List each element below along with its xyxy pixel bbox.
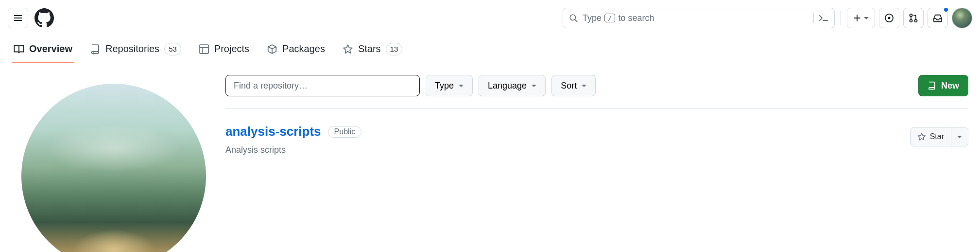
create-new-button[interactable] (847, 8, 875, 28)
new-button-label: New (941, 81, 959, 91)
find-repository-input[interactable] (225, 75, 420, 96)
tab-label: Stars (358, 43, 381, 54)
profile-nav: Overview Repositories 53 Projects Packag… (0, 36, 980, 63)
profile-avatar-large[interactable] (21, 84, 206, 252)
book-icon (14, 44, 24, 54)
repositories-count: 53 (164, 43, 181, 55)
filter-label: Sort (561, 81, 577, 91)
search-icon (569, 14, 578, 22)
github-logo[interactable] (34, 8, 54, 28)
tab-projects[interactable]: Projects (197, 36, 251, 63)
search-suffix: to search (618, 13, 654, 23)
svg-point-10 (910, 14, 912, 17)
svg-point-9 (888, 17, 891, 19)
filter-label: Language (488, 81, 527, 91)
menu-button[interactable] (8, 8, 28, 28)
profile-sidebar (12, 75, 206, 252)
star-label: Star (930, 132, 944, 141)
repository-description: Analysis scripts (225, 145, 910, 155)
tab-label: Packages (282, 43, 325, 54)
svg-rect-15 (200, 45, 208, 54)
tab-packages[interactable]: Packages (265, 36, 327, 63)
svg-point-11 (910, 19, 912, 22)
pull-requests-button[interactable] (903, 8, 924, 28)
caret-down-icon (532, 85, 536, 87)
star-dropdown-button[interactable] (951, 127, 968, 146)
tab-label: Projects (214, 43, 249, 54)
project-icon (199, 44, 209, 54)
issues-button[interactable] (879, 8, 899, 28)
repo-icon (928, 81, 936, 90)
command-palette-icon[interactable] (819, 14, 828, 22)
plus-icon (853, 14, 861, 22)
caret-down-icon (459, 85, 464, 87)
issues-icon (884, 13, 894, 23)
hamburger-icon (13, 13, 23, 23)
repository-name-link[interactable]: analysis-scripts (225, 124, 321, 139)
user-avatar[interactable] (952, 8, 972, 28)
svg-marker-20 (918, 133, 925, 140)
tab-stars[interactable]: Stars 13 (341, 36, 404, 63)
global-search[interactable]: Type / to search (563, 8, 835, 28)
tab-overview[interactable]: Overview (12, 36, 74, 63)
header-separator (841, 11, 841, 25)
star-button[interactable]: Star (911, 127, 951, 146)
svg-point-12 (915, 19, 917, 22)
svg-line-4 (575, 19, 577, 22)
stars-count: 13 (386, 43, 403, 55)
search-shortcut-key: / (604, 14, 615, 22)
star-icon (917, 132, 926, 141)
repo-icon (90, 44, 101, 54)
star-button-group: Star (910, 127, 968, 146)
notifications-button[interactable] (928, 8, 948, 28)
inbox-icon (933, 13, 943, 23)
tab-label: Overview (29, 43, 72, 54)
package-icon (267, 44, 277, 54)
repositories-main: Type Language Sort New analysis-scripts … (225, 75, 968, 252)
tab-label: Repositories (105, 43, 159, 54)
search-prefix: Type (583, 13, 602, 23)
repository-list-item: analysis-scripts Public Analysis scripts… (225, 108, 968, 163)
svg-marker-19 (344, 45, 352, 53)
caret-down-icon (582, 85, 586, 87)
new-repository-button[interactable]: New (918, 75, 968, 96)
notification-indicator (943, 7, 949, 13)
pull-request-icon (909, 13, 918, 23)
github-icon (34, 8, 54, 28)
sort-filter[interactable]: Sort (551, 75, 596, 96)
visibility-badge: Public (328, 126, 362, 138)
caret-down-icon (864, 17, 869, 19)
star-icon (343, 44, 353, 54)
search-separator (813, 13, 814, 23)
repo-filter-row: Type Language Sort New (225, 75, 968, 108)
filter-label: Type (435, 81, 454, 91)
language-filter[interactable]: Language (479, 75, 546, 96)
caret-down-icon (957, 136, 962, 138)
type-filter[interactable]: Type (426, 75, 473, 96)
tab-repositories[interactable]: Repositories 53 (88, 36, 183, 63)
